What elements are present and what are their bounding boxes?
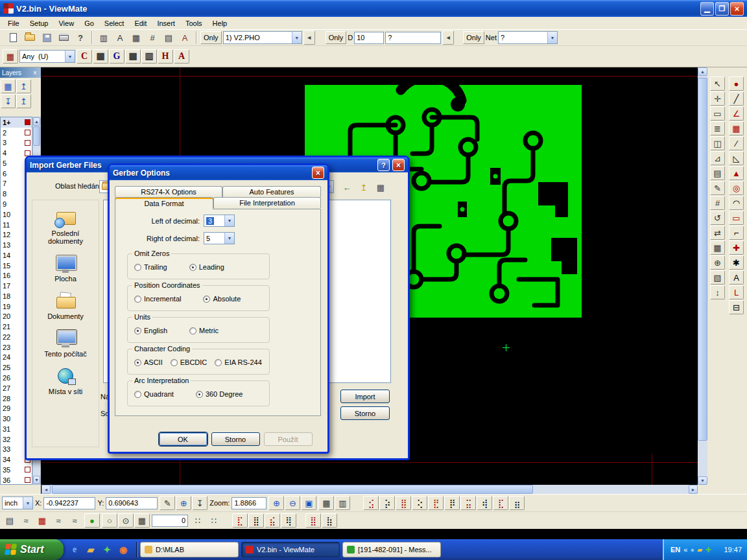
only-layer-toggle[interactable]: Only <box>200 31 222 44</box>
pad-pattern-icon-4[interactable]: ⢿ <box>281 513 296 528</box>
table-tool-icon[interactable]: ▤ <box>710 166 725 180</box>
layer-row[interactable]: 3 <box>1 138 32 148</box>
text-items-icon[interactable]: A <box>177 30 193 45</box>
ok-button[interactable]: OK <box>159 432 208 446</box>
new-file-icon[interactable] <box>5 30 21 45</box>
layer-color-swatch[interactable] <box>25 130 30 135</box>
import-cancel-button[interactable]: Storno <box>340 406 390 420</box>
open-file-icon[interactable] <box>22 30 38 45</box>
radio-eia-rs-244[interactable]: EIA RS-244 <box>215 358 261 366</box>
layer-insert-icon[interactable]: ↥ <box>16 79 31 93</box>
minimize-button[interactable]: ▁ <box>700 2 714 16</box>
wave-icon-3[interactable]: ≈ <box>67 513 82 528</box>
radio-360-degree[interactable]: 360 Degree <box>196 390 243 398</box>
scrollbar-thumb[interactable] <box>52 485 533 494</box>
add-pad-icon[interactable]: ⊕ <box>710 255 725 270</box>
scroll-down-icon[interactable]: ▼ <box>33 476 40 484</box>
pad-tool-icon[interactable]: ● <box>729 76 744 91</box>
only-dcode-toggle[interactable]: Only <box>326 31 347 44</box>
canvas-hscrollbar[interactable]: ◄ ► <box>42 485 698 494</box>
layer-row[interactable]: 2 <box>1 128 32 138</box>
pad-pattern-icon-1[interactable]: ⣏ <box>232 513 248 528</box>
zoom-window-icon[interactable]: ▣ <box>301 496 316 510</box>
menu-insert[interactable]: Insert <box>152 17 180 29</box>
menu-file[interactable]: File <box>3 17 25 29</box>
table-view-icon[interactable]: ▤ <box>161 30 176 45</box>
layer-color-swatch[interactable] <box>25 467 30 472</box>
grid-alt-toggle-icon[interactable]: ▥ <box>335 496 350 510</box>
gerber-dialog-titlebar[interactable]: Gerber Options × <box>110 165 327 180</box>
chevron-down-icon[interactable]: ▼ <box>224 233 234 244</box>
restore-button[interactable]: ❐ <box>715 2 729 16</box>
scroll-up-icon[interactable]: ▲ <box>33 117 40 126</box>
units-combo[interactable]: inch ▼ <box>2 496 33 509</box>
star-tool-icon[interactable]: ✱ <box>729 255 744 270</box>
ie-icon[interactable]: e <box>67 542 82 557</box>
chevron-down-icon[interactable]: ▼ <box>23 497 32 509</box>
scroll-down-icon[interactable]: ▼ <box>698 476 707 485</box>
radio-metric[interactable]: Metric <box>189 327 219 334</box>
probe-icon[interactable]: ○ <box>102 513 117 528</box>
layer-color-swatch[interactable] <box>25 477 30 483</box>
zoom-value-field[interactable]: 1.8866 <box>231 497 267 509</box>
triangle-tool-icon[interactable]: ⊿ <box>710 151 725 165</box>
save-file-icon[interactable] <box>39 30 54 45</box>
radio-english[interactable]: English <box>134 327 167 334</box>
rect-select-icon[interactable]: ▭ <box>710 106 725 121</box>
import-button[interactable]: Import <box>340 390 390 403</box>
view-menu-icon[interactable]: ▦ <box>373 180 388 194</box>
layer-down-icon[interactable]: ↧ <box>1 94 16 108</box>
dot-grid-icon-1[interactable]: ∷ <box>190 513 206 528</box>
split-view-icon[interactable]: ◫ <box>710 136 725 150</box>
tab-auto-features[interactable]: Auto Features <box>222 186 321 197</box>
dot-grid-icon-2[interactable]: ∷ <box>206 513 222 528</box>
dcode-query-field[interactable]: ? <box>385 32 441 44</box>
cell-grid-icon[interactable]: ▦ <box>134 513 150 528</box>
dcode-matrix-icon-6[interactable]: ⡿ <box>444 496 460 510</box>
probe-filled-icon[interactable]: ⊙ <box>118 513 134 528</box>
dcode-g-icon[interactable]: G <box>109 49 124 64</box>
layers-stack-icon[interactable]: ≣ <box>710 121 725 135</box>
dcode-count-field[interactable]: 0 <box>152 515 188 527</box>
dcode-h-icon[interactable]: H <box>158 49 173 64</box>
layer-row[interactable]: 35 <box>1 465 32 475</box>
layer-row[interactable]: 1+ <box>1 117 32 128</box>
layer-up-icon[interactable]: ↥ <box>16 94 31 108</box>
hatch-icon[interactable]: ▧ <box>710 270 725 285</box>
layer-select-combo[interactable]: 1) V2.PHO ▼ <box>223 31 302 44</box>
menu-go[interactable]: Go <box>79 17 99 29</box>
zoom-out-icon[interactable]: ⊖ <box>285 496 300 510</box>
grid-toggle-icon[interactable]: ▦ <box>318 496 334 510</box>
my-computer-item[interactable]: Tento počítač <box>34 329 97 358</box>
layer-row[interactable]: 36 <box>1 475 32 485</box>
plus-tool-icon[interactable]: ✚ <box>729 240 744 255</box>
scrollbar-thumb[interactable] <box>698 78 707 441</box>
dcode-matrix-icon-10[interactable]: ⣶ <box>509 496 525 510</box>
grid-view-icon[interactable]: ▦ <box>128 30 144 45</box>
tab-file-interpretation[interactable]: File Interpretation <box>213 197 321 208</box>
aperture-a-icon[interactable]: A <box>112 30 128 45</box>
documents-item[interactable]: Dokumenty <box>34 291 97 320</box>
mirror-grid-icon[interactable]: ▦ <box>34 513 50 528</box>
only-net-toggle[interactable]: Only <box>463 31 484 44</box>
chevron-down-icon[interactable]: ▼ <box>547 32 557 43</box>
menu-tools[interactable]: Tools <box>180 17 208 29</box>
layers-panel-header[interactable]: Layers × <box>0 67 41 78</box>
scroll-left-icon[interactable]: ◄ <box>42 485 51 494</box>
tab-data-format[interactable]: Data Format <box>115 197 213 209</box>
pad-pattern-icon-3[interactable]: ⣮ <box>265 513 280 528</box>
menu-view[interactable]: View <box>53 17 79 29</box>
wave-icon-2[interactable]: ≈ <box>51 513 66 528</box>
query-item-icon[interactable]: # <box>145 30 160 45</box>
layer-grid-icon[interactable]: ▦ <box>1 79 16 93</box>
fill-tool-icon[interactable]: ▦ <box>729 121 744 135</box>
l-shape-tool-icon[interactable]: L <box>729 285 744 299</box>
box-minus-tool-icon[interactable]: ⊟ <box>729 300 744 314</box>
close-button[interactable]: × <box>730 2 744 16</box>
hide-icons-chevron[interactable]: « <box>683 546 687 554</box>
tray-icon-1[interactable]: ● <box>690 546 694 554</box>
grid-small-icon[interactable]: ▦ <box>93 49 108 64</box>
dcode-matrix-icon-4[interactable]: ⢕ <box>412 496 427 510</box>
pad-pattern-icon-6[interactable]: ⣷ <box>322 513 337 528</box>
layer-view-icon[interactable]: ▤ <box>2 513 18 528</box>
